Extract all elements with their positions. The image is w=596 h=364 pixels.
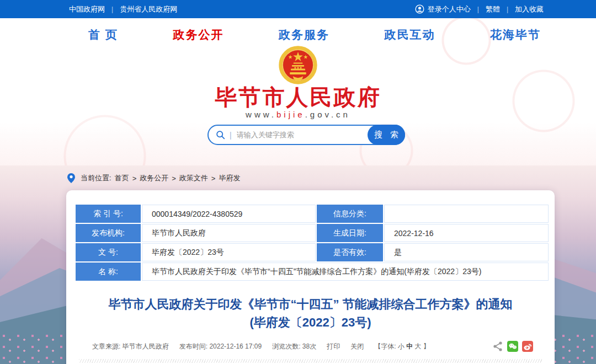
topbar-divider: | [477,6,479,13]
info-value-issuing-agency: 毕节市人民政府 [142,224,316,242]
info-value-title: 毕节市人民政府关于印发《毕节市“十四五”节能减排综合工作方案》的通知(毕府发〔2… [142,263,549,281]
print-button[interactable]: 打印 [327,342,340,351]
meta-source: 文章来源: 毕节市人民政府 [92,342,169,351]
info-value-category [384,205,549,223]
share-buttons [492,341,533,352]
search-button[interactable]: 搜 索 [368,125,405,145]
info-label-issue-date: 生成日期: [317,224,383,242]
url-suffix: .gov.cn [305,110,350,119]
font-size-prefix: 【字体: [374,342,396,350]
breadcrumb-separator: > [211,174,216,183]
add-favorites-link[interactable]: 加入收藏 [515,4,544,14]
topbar-right-links: 登录个人中心 | 繁體 | 加入收藏 [415,4,544,14]
search-icon [216,130,225,140]
main-nav: 首 页 政务公开 政务服务 政民互动 花海毕节 [0,18,596,42]
info-label-title: 名 称: [76,263,141,281]
info-label-doc-number: 文 号: [76,243,141,261]
article-title: 毕节市人民政府关于印发《毕节市“十四五” 节能减排综合工作方案》的通知(毕府发〔… [76,295,545,331]
info-label-category: 信息分类: [317,205,383,223]
share-icon[interactable] [492,341,503,352]
meta-publish-time: 发布时间: 2022-12-16 17:09 [179,342,262,351]
site-header: 首 页 政务公开 政务服务 政民互动 花海毕节 毕节市人 [0,18,596,165]
nav-item-flower-sea-bijie[interactable]: 花海毕节 [490,27,541,42]
breadcrumb-policy-documents[interactable]: 政策文件 [179,173,208,183]
url-highlight: bijie [276,110,305,119]
login-link[interactable]: 登录个人中心 [415,4,471,14]
national-emblem-icon [278,45,318,85]
meta-view-count: 浏览次数: 38次 [272,342,316,351]
breadcrumb-bifufa[interactable]: 毕府发 [219,173,240,183]
search-bar: | 搜 索 [207,125,405,145]
info-label-index-number: 索 引 号: [76,205,141,223]
search-divider: | [230,131,232,140]
breadcrumb-gov-disclosure[interactable]: 政务公开 [140,173,168,183]
breadcrumb-separator: > [172,174,176,183]
traditional-chinese-link[interactable]: 繁體 [486,4,500,14]
nav-item-gov-disclosure[interactable]: 政务公开 [173,27,223,42]
hatched-divider [79,359,542,363]
link-guizhou-gov[interactable]: 贵州省人民政府网 [120,4,177,14]
info-value-validity: 是 [384,243,549,261]
landscape-background: 当前位置: 首页 > 政务公开 > 政策文件 > 毕府发 索 引 号: 0000… [0,165,596,364]
topbar-divider: | [507,6,508,13]
weibo-share-icon[interactable] [522,341,533,352]
breadcrumb: 当前位置: 首页 > 政务公开 > 政策文件 > 毕府发 [67,173,240,183]
article-card: 索 引 号: 000014349/2022-4380529 信息分类: 发布机构… [66,190,555,364]
login-label: 登录个人中心 [428,4,471,14]
top-utility-bar: 中国政府网 | 贵州省人民政府网 登录个人中心 | 繁體 | 加入收藏 [0,0,596,18]
location-pin-icon [67,173,75,183]
font-size-medium-button[interactable]: 中 [406,342,413,350]
info-value-index-number: 000014349/2022-4380529 [142,205,316,223]
document-info-table: 索 引 号: 000014349/2022-4380529 信息分类: 发布机构… [76,205,545,281]
site-url: www.bijie.gov.cn [0,110,596,119]
font-size-switcher: 【字体: 小 中 大 】 [374,342,430,351]
breadcrumb-home[interactable]: 首页 [115,173,129,183]
close-button[interactable]: 关闭 [350,342,364,351]
nav-item-public-interaction[interactable]: 政民互动 [384,27,435,42]
nav-item-home[interactable]: 首 页 [88,27,118,42]
wechat-share-icon[interactable] [507,341,518,352]
info-label-validity: 是否有效: [317,243,383,261]
font-size-large-button[interactable]: 大 [415,342,422,350]
user-icon [415,4,424,14]
breadcrumb-separator: > [132,174,137,183]
font-size-small-button[interactable]: 小 [398,342,405,350]
article-meta-row: 文章来源: 毕节市人民政府 发布时间: 2022-12-16 17:09 浏览次… [76,341,545,352]
site-logo[interactable]: 毕节市人民政府 www.bijie.gov.cn [0,45,596,119]
url-prefix: www. [246,110,276,119]
info-value-doc-number: 毕府发〔2022〕23号 [142,243,316,261]
info-value-issue-date: 2022-12-16 [384,224,549,242]
font-size-suffix: 】 [423,342,430,350]
site-name: 毕节市人民政府 [0,85,596,109]
topbar-left-links: 中国政府网 | 贵州省人民政府网 [69,4,177,14]
topbar-divider: | [111,6,113,13]
nav-item-gov-services[interactable]: 政务服务 [279,27,329,42]
breadcrumb-prefix: 当前位置: [81,173,111,183]
page: 中国政府网 | 贵州省人民政府网 登录个人中心 | 繁體 | 加入收藏 首 页 … [0,0,596,364]
link-china-gov[interactable]: 中国政府网 [69,4,105,14]
info-label-issuing-agency: 发布机构: [76,224,141,242]
